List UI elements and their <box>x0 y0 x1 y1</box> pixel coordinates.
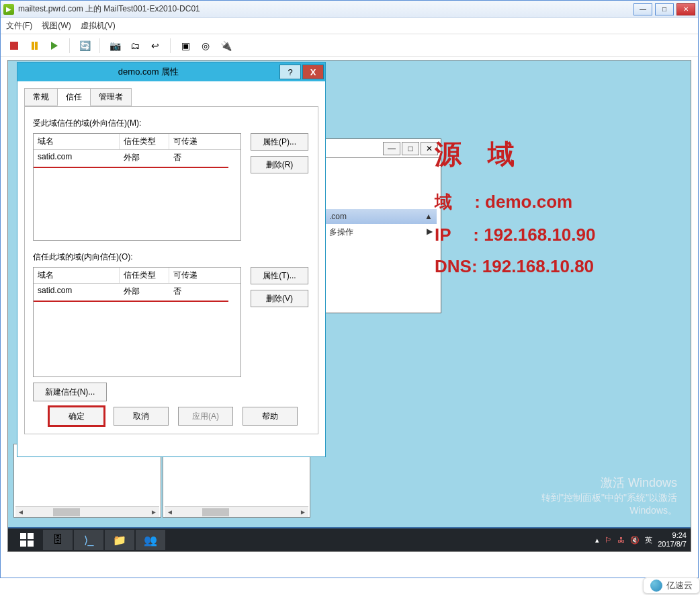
vmware-window: ▶ mailtest.pwrd.com 上的 MailTest001-Ex201… <box>0 0 699 578</box>
vmware-titlebar[interactable]: ▶ mailtest.pwrd.com 上的 MailTest001-Ex201… <box>1 1 698 18</box>
menu-vm[interactable]: 虚拟机(V) <box>81 20 116 32</box>
incoming-trusts-label: 信任此域的域(内向信任)(O): <box>33 251 310 263</box>
close-button[interactable]: X <box>302 65 324 79</box>
tray-arrow-icon[interactable]: ▴ <box>595 536 599 545</box>
help-button[interactable]: 帮助 <box>243 407 298 426</box>
cloud-icon <box>650 580 662 592</box>
col-type[interactable]: 信任类型 <box>120 134 169 149</box>
menu-view[interactable]: 视图(W) <box>42 20 71 32</box>
tabstrip: 常规 信任 管理者 <box>24 88 318 106</box>
ok-button[interactable]: 确定 <box>49 407 104 426</box>
incoming-remove-button[interactable]: 删除(V) <box>251 290 308 307</box>
flag-icon[interactable]: 🏳 <box>605 536 612 544</box>
svg-rect-1 <box>28 533 34 539</box>
guest-desktop: ◄► ◄► — □ ✕ .com▲ 多操作▶ <box>7 60 691 552</box>
svg-rect-0 <box>20 533 26 539</box>
col-domain[interactable]: 域名 <box>34 134 120 149</box>
col-transitive[interactable]: 可传递 <box>169 268 240 283</box>
stop-icon[interactable] <box>6 38 22 54</box>
incoming-trusts-table[interactable]: 域名 信任类型 可传递 satid.com 外部 否 <box>33 267 241 377</box>
domain-properties-dialog: demo.com 属性 ? X 常规 信任 管理者 受此域信任的域(外向信任)(… <box>17 62 326 457</box>
network-icon[interactable]: 🖧 <box>617 536 625 544</box>
powershell-taskbar-icon[interactable]: ⟩_ <box>74 530 103 550</box>
col-type[interactable]: 信任类型 <box>120 268 169 283</box>
watermark-logo: 亿速云 <box>643 578 700 594</box>
server-tree-item[interactable]: 多操作▶ <box>325 224 437 241</box>
maximize-button[interactable]: □ <box>655 3 674 15</box>
clock[interactable]: 9:24 2017/8/7 <box>658 531 687 549</box>
annotation-underline <box>34 167 228 168</box>
outgoing-trusts-table[interactable]: 域名 信任类型 可传递 satid.com 外部 否 <box>33 133 241 241</box>
tab-trusts[interactable]: 信任 <box>57 88 91 106</box>
annotation-title: 源 域 <box>435 136 595 173</box>
activation-watermark: 激活 Windows 转到"控制面板"中的"系统"以激活 Windows。 <box>541 475 677 518</box>
scrollbar[interactable]: ◄► <box>15 506 159 517</box>
cancel-button[interactable]: 取消 <box>114 407 169 426</box>
snapshot-icon[interactable]: 📷 <box>107 38 123 54</box>
pause-icon[interactable] <box>26 38 42 54</box>
server-window-titlebar[interactable]: — □ ✕ <box>321 139 441 158</box>
taskbar: 🗄 ⟩_ 📁 👥 ▴ 🏳 🖧 🔇 英 9:24 2017/8/7 <box>8 527 691 551</box>
vmware-toolbar: 🔄 📷 🗂 ↩ ▣ ◎ 🔌 <box>1 34 698 57</box>
explorer-taskbar-icon[interactable]: 📁 <box>105 530 134 550</box>
vmware-menubar: 文件(F) 视图(W) 虚拟机(V) <box>1 18 698 34</box>
tab-managed-by[interactable]: 管理者 <box>90 88 132 106</box>
close-button[interactable]: ✕ <box>676 3 695 15</box>
annotation-overlay: 源 域 域 : demo.com IP : 192.168.10.90 DNS:… <box>435 136 595 286</box>
outgoing-trusts-label: 受此域信任的域(外向信任)(M): <box>33 118 310 129</box>
annotation-dns: DNS: 192.168.10.80 <box>435 256 595 277</box>
annotation-ip: IP : 192.168.10.90 <box>435 223 595 247</box>
menu-file[interactable]: 文件(F) <box>6 20 32 32</box>
vmware-title: mailtest.pwrd.com 上的 MailTest001-Ex2010-… <box>18 3 633 15</box>
start-button[interactable] <box>12 530 42 550</box>
fullscreen-icon[interactable]: ▣ <box>177 38 193 54</box>
outgoing-remove-button[interactable]: 删除(R) <box>251 156 308 173</box>
snapshot-manager-icon[interactable]: 🗂 <box>127 38 143 54</box>
incoming-properties-button[interactable]: 属性(T)... <box>251 267 308 284</box>
annotation-underline <box>34 301 228 302</box>
vmware-icon: ▶ <box>3 4 14 15</box>
outgoing-properties-button[interactable]: 属性(P)... <box>251 133 308 151</box>
scrollbar[interactable]: ◄► <box>165 506 308 517</box>
ime-indicator[interactable]: 英 <box>645 535 652 545</box>
play-icon[interactable] <box>46 38 62 54</box>
table-row[interactable]: satid.com 外部 否 <box>34 150 240 165</box>
server-manager-window: — □ ✕ .com▲ 多操作▶ <box>320 138 441 313</box>
help-button[interactable]: ? <box>279 65 301 79</box>
minimize-button[interactable]: — <box>633 3 652 15</box>
new-trust-button[interactable]: 新建信任(N)... <box>33 383 107 401</box>
server-tree-header[interactable]: .com▲ <box>325 209 437 224</box>
tab-content: 受此域信任的域(外向信任)(M): 域名 信任类型 可传递 satid.com … <box>24 106 318 434</box>
chevron-right-icon: ▶ <box>427 227 433 238</box>
sound-icon[interactable]: 🔇 <box>630 536 640 545</box>
system-tray: ▴ 🏳 🖧 🔇 英 9:24 2017/8/7 <box>595 531 687 549</box>
svg-rect-2 <box>20 541 26 547</box>
unity-icon[interactable]: ◎ <box>198 38 214 54</box>
server-manager-taskbar-icon[interactable]: 🗄 <box>43 530 73 550</box>
table-row[interactable]: satid.com 外部 否 <box>34 284 240 299</box>
maximize-button[interactable]: □ <box>402 142 419 155</box>
minimize-button[interactable]: — <box>383 142 400 155</box>
annotation-domain: 域 : demo.com <box>435 190 595 214</box>
col-domain[interactable]: 域名 <box>34 268 120 283</box>
dialog-titlebar[interactable]: demo.com 属性 ? X <box>17 63 325 81</box>
ad-trusts-taskbar-icon[interactable]: 👥 <box>136 530 165 550</box>
refresh-icon[interactable]: 🔄 <box>77 38 93 54</box>
tab-general[interactable]: 常规 <box>24 88 58 106</box>
col-transitive[interactable]: 可传递 <box>169 134 240 149</box>
revert-icon[interactable]: ↩ <box>147 38 163 54</box>
apply-button[interactable]: 应用(A) <box>178 407 233 426</box>
svg-rect-3 <box>28 541 34 547</box>
connect-device-icon[interactable]: 🔌 <box>218 38 234 54</box>
chevron-up-icon: ▲ <box>425 212 433 221</box>
dialog-title: demo.com 属性 <box>17 66 279 78</box>
